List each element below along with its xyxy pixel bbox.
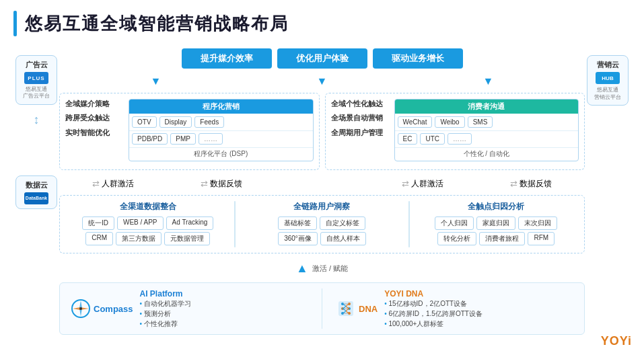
ai-bullet-2: 预测分析 [140, 309, 191, 319]
label-left-feedback: 数据反馈 [210, 178, 242, 190]
dna-platform-info: YOYI DNA 15亿移动ID，2亿OTT设备 6亿跨屏ID，1.5亿跨屏OT… [384, 289, 482, 329]
label-lifecycle: 全周期用户管理 [331, 128, 386, 138]
indicator-left-feedback: ⇄ 数据反馈 [201, 178, 242, 190]
arrow-left-activate: ⇄ [92, 179, 100, 189]
chip-dots2: …… [448, 133, 472, 145]
label-right-feedback: 数据反馈 [520, 178, 552, 190]
chip-pdbpd: PDB/PD [132, 133, 168, 145]
activate-arrow: ▲ [296, 262, 308, 276]
yoyi-logo: YOYi [601, 334, 632, 348]
consumer-sub-box: 消费者沟通 WeChat Weibo SMS EC UTC …… [394, 99, 579, 161]
chip-personal: 个人归因 [435, 216, 474, 230]
chip-custom-tag: 自定义标签 [320, 216, 365, 230]
arrow2: ▼ [317, 75, 328, 87]
marketing-cloud-box: 营销云 HUB 悠易互通营销云平台 [587, 55, 629, 106]
dna-bullet-3: 100,000+人群标签 [384, 319, 482, 329]
chip-wechat: WeChat [398, 116, 433, 128]
channel-chips-row1: 统一ID WEB / APP Ad Tracking [65, 216, 230, 230]
chip-metadata: 元数据管理 [164, 232, 210, 245]
data-cloud-title: 数据云 [26, 180, 48, 190]
banner-media: 提升媒介效率 [182, 48, 272, 69]
right-box-labels: 全域个性化触达 全场景自动营销 全周期用户管理 [331, 99, 386, 164]
page-title: 悠易互通全域智能营销战略布局 [25, 12, 289, 36]
ai-platform-section: Compass AI Platform 自动化机器学习 预测分析 个性化推荐 [71, 289, 308, 329]
ad-cloud-box: 广告云 PLUS 悠易互通广告云平台 [15, 55, 57, 105]
chip-feeds: Feeds [194, 116, 224, 128]
dna-platform-section: DNA YOYI DNA 15亿移动ID，2亿OTT设备 6亿跨屏ID，1.5亿… [336, 289, 573, 329]
indicator-right-feedback: ⇄ 数据反馈 [510, 178, 552, 190]
hub-desc: 悠易互通营销云平台 [594, 86, 621, 101]
chip-ad-tracking: Ad Tracking [166, 216, 214, 230]
ai-bullet-3: 个性化推荐 [140, 319, 191, 329]
compass-icon [71, 299, 91, 319]
label-cross-screen: 跨屏受众触达 [65, 113, 120, 123]
chip-family: 家庭归因 [476, 216, 515, 230]
chip-conversion: 转化分析 [437, 232, 476, 245]
ai-platform-title: AI Platform [140, 289, 191, 299]
lower-title-attribution: 全触点归因分析 [414, 201, 579, 212]
dna-bullet-1: 15亿移动ID，2亿OTT设备 [384, 299, 482, 309]
lower-data-box: 全渠道数据整合 统一ID WEB / APP Ad Tracking CRM 第… [59, 195, 585, 253]
lower-section-attribution: 全触点归因分析 个人归因 家庭归因 末次归因 转化分析 消费者旅程 RFM [414, 201, 579, 247]
compass-logo: Compass [71, 299, 133, 319]
consumer-box: 全域个性化触达 全场景自动营销 全周期用户管理 消费者沟通 WeChat Wei… [325, 93, 585, 170]
arrow1: ▼ [151, 75, 162, 87]
activate-label: 激活 / 赋能 [312, 264, 348, 274]
chip-360-portrait: 360°画像 [278, 232, 318, 245]
banner-business: 驱动业务增长 [373, 48, 463, 69]
chip-consumer-journey: 消费者旅程 [479, 232, 525, 245]
indicator-left-activate: ⇄ 人群激活 [92, 178, 134, 190]
consumer-chips-row1: WeChat Weibo SMS [395, 114, 579, 130]
label-media-strategy: 全域媒介策略 [65, 99, 120, 109]
arrow-right-activate: ⇄ [402, 179, 409, 189]
chip-utc: UTC [420, 133, 445, 145]
attribution-chips-row2: 转化分析 消费者旅程 RFM [414, 232, 579, 245]
chip-natural-sample: 自然人样本 [320, 232, 366, 245]
chip-third-party: 第三方数据 [116, 232, 162, 245]
main-layout: 广告云 PLUS 悠易互通广告云平台 ↕ 数据云 DataBank 提升媒介效率… [13, 48, 631, 335]
programmatic-box: 全域媒介策略 跨屏受众触达 实时智能优化 程序化营销 OTV Display F… [59, 93, 320, 170]
title-accent [13, 11, 17, 36]
dna-bullet-2: 6亿跨屏ID，1.5亿跨屏OTT设备 [384, 309, 482, 319]
arrow-right-feedback: ⇄ [510, 179, 517, 189]
chip-unified-id: 统一ID [82, 216, 114, 230]
chip-dots1: …… [199, 133, 223, 145]
compass-text: Compass [94, 304, 133, 314]
arrow-left-feedback: ⇄ [201, 179, 208, 189]
sub-box-header-programmatic: 程序化营销 [129, 100, 313, 114]
insight-chips-row2: 360°画像 自然人样本 [240, 232, 404, 245]
chip-last-touch: 末次归因 [518, 216, 557, 230]
personalization-footer: 个性化 / 自动化 [395, 147, 579, 161]
label-auto-marketing: 全场景自动营销 [331, 113, 386, 123]
consumer-sub-box-wrapper: 消费者沟通 WeChat Weibo SMS EC UTC …… [394, 99, 579, 164]
programmatic-chips-row2: PDB/PD PMP …… [129, 130, 313, 147]
arrow3: ▼ [483, 75, 494, 87]
right-side-column: 营销云 HUB 悠易互通营销云平台 [585, 48, 631, 335]
chip-basic-tag: 基础标签 [278, 216, 317, 230]
chip-web-app: WEB / APP [117, 216, 164, 230]
chip-weibo: Weibo [435, 116, 464, 128]
center-content: 提升媒介效率 优化用户体验 驱动业务增长 ▼ ▼ ▼ 全域媒介策略 跨屏受众触达 [59, 48, 585, 335]
dna-logo: DNA [336, 299, 378, 319]
lower-divider-1 [234, 201, 236, 247]
dsp-footer: 程序化平台 (DSP) [129, 147, 313, 161]
label-left-activate: 人群激活 [102, 178, 134, 190]
lower-divider-2 [408, 201, 410, 247]
platform-divider [322, 288, 322, 329]
lower-box-inner: 全渠道数据整合 统一ID WEB / APP Ad Tracking CRM 第… [65, 201, 579, 247]
lower-title-channel: 全渠道数据整合 [65, 201, 230, 212]
svg-point-3 [79, 307, 82, 310]
dna-text: DNA [359, 304, 378, 314]
marketing-cloud-title: 营销云 [597, 60, 619, 70]
programmatic-chips-row1: OTV Display Feeds [129, 114, 313, 130]
lower-section-insight: 全链路用户洞察 基础标签 自定义标签 360°画像 自然人样本 [240, 201, 404, 247]
ai-platform-bullets: 自动化机器学习 预测分析 个性化推荐 [140, 299, 191, 329]
banner-user: 优化用户体验 [277, 48, 367, 69]
title-bar: 悠易互通全域智能营销战略布局 [13, 11, 631, 36]
data-cloud-box: 数据云 DataBank [15, 175, 57, 209]
ai-bullet-1: 自动化机器学习 [140, 299, 191, 309]
lower-section-channel: 全渠道数据整合 统一ID WEB / APP Ad Tracking CRM 第… [65, 201, 230, 247]
label-realtime: 实时智能优化 [65, 128, 120, 138]
chip-rfm: RFM [528, 232, 554, 245]
chip-ec: EC [398, 133, 418, 145]
